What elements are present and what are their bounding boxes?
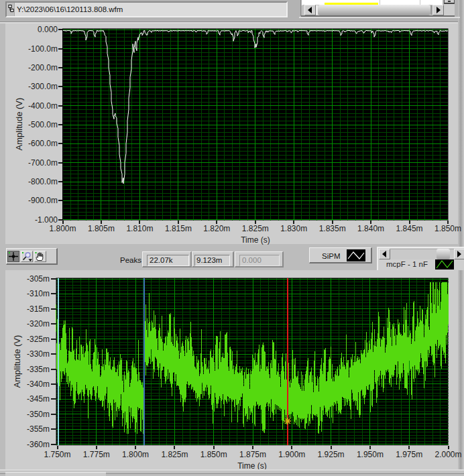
svg-text:-335m: -335m: [27, 365, 50, 374]
svg-text:1.750m: 1.750m: [44, 450, 70, 459]
svg-text:1.775m: 1.775m: [83, 450, 110, 459]
svg-text:-310m: -310m: [27, 289, 50, 298]
svg-text:-320m: -320m: [27, 319, 50, 329]
svg-text:-305m: -305m: [27, 274, 50, 284]
svg-text:1.975m: 1.975m: [396, 450, 422, 459]
svg-text:1.950m: 1.950m: [357, 450, 384, 459]
svg-text:1.925m: 1.925m: [318, 450, 345, 459]
svg-text:1.850m: 1.850m: [200, 450, 227, 459]
svg-text:1.875m: 1.875m: [239, 450, 266, 459]
svg-text:1.800m: 1.800m: [122, 450, 149, 459]
svg-text:1.900m: 1.900m: [278, 450, 305, 459]
svg-text:-315m: -315m: [27, 304, 50, 314]
svg-text:-325m: -325m: [27, 335, 50, 344]
svg-text:2.000m: 2.000m: [434, 450, 461, 459]
svg-text:-345m: -345m: [27, 394, 50, 404]
svg-text:1.825m: 1.825m: [161, 450, 188, 459]
svg-text:-330m: -330m: [27, 349, 50, 359]
svg-text:-355m: -355m: [27, 424, 50, 434]
svg-text:-340m: -340m: [27, 379, 50, 389]
svg-text:Amplitude (V): Amplitude (V): [12, 335, 22, 388]
svg-text:-360m: -360m: [27, 440, 50, 449]
svg-text:-350m: -350m: [27, 410, 50, 419]
